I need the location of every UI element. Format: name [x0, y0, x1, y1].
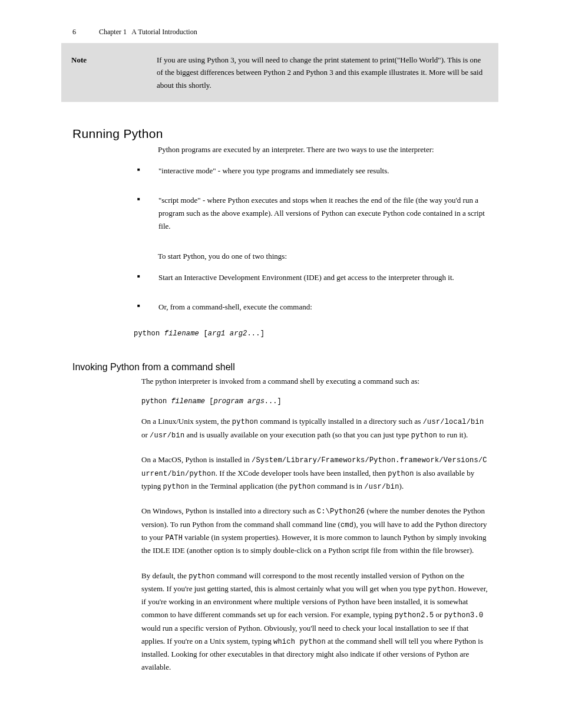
list-item: "interactive mode" - where you type prog…	[137, 164, 488, 177]
para-default: By default, the python command will corr…	[141, 569, 488, 674]
chapter-title: A Tutorial Introduction	[131, 28, 197, 36]
cmdshell-intro: The python interpreter is invoked from a…	[141, 375, 488, 388]
page-number: 6	[72, 28, 76, 36]
interpreter-modes-list: "interactive mode" - where you type prog…	[137, 164, 488, 233]
running-intro: Python programs are executed by an inter…	[158, 143, 488, 156]
para-macos: On a MacOS, Python is installed in /Syst…	[141, 453, 488, 493]
chapter-label: Chapter 1	[99, 28, 127, 36]
note-label: Note	[71, 54, 87, 66]
section-heading-cmdshell: Invoking Python from a command shell	[72, 362, 488, 373]
note-text: If you are using Python 3, you will need…	[157, 55, 482, 90]
list-item: Or, from a command-shell, execute the co…	[137, 301, 488, 340]
para-windows: On Windows, Python is installed into a d…	[141, 505, 488, 557]
ide-term: Interactive Development Environment (IDE…	[184, 273, 322, 282]
startup-options-list: Start an Interactive Development Environ…	[137, 271, 488, 340]
page-header: 6 Chapter 1 A Tutorial Introduction	[72, 27, 488, 37]
section-heading-running: Running Python	[72, 127, 488, 141]
list-item: Start an Interactive Development Environ…	[137, 271, 488, 284]
note-box: Note If you are using Python 3, you will…	[61, 43, 498, 102]
list-item: "script mode" - where Python executes an…	[137, 194, 488, 233]
invoke-command: python filename [program args...]	[141, 397, 488, 406]
para-linux: On a Linux/Unix system, the python comma…	[141, 415, 488, 442]
startup-intro: To start Python, you do one of two thing…	[158, 250, 488, 263]
